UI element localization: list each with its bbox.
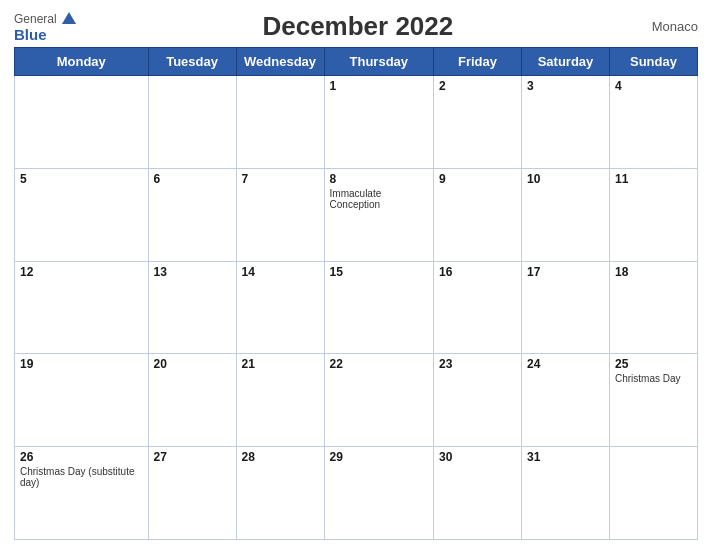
day-number: 4 (615, 79, 692, 93)
day-number: 15 (330, 265, 428, 279)
calendar-title: December 2022 (78, 11, 638, 42)
calendar-week-row: 19202122232425Christmas Day (15, 354, 698, 447)
day-number: 11 (615, 172, 692, 186)
day-number: 26 (20, 450, 143, 464)
logo-icon (60, 10, 78, 28)
day-number: 18 (615, 265, 692, 279)
holiday-label: Christmas Day (615, 373, 692, 384)
country-label: Monaco (638, 19, 698, 34)
calendar-cell: 23 (433, 354, 521, 447)
calendar-cell: 21 (236, 354, 324, 447)
calendar-table: Monday Tuesday Wednesday Thursday Friday… (14, 47, 698, 540)
day-number: 14 (242, 265, 319, 279)
calendar-cell: 11 (609, 168, 697, 261)
calendar-cell: 31 (521, 447, 609, 540)
calendar-week-row: 12131415161718 (15, 261, 698, 354)
holiday-label: Immaculate Conception (330, 188, 428, 210)
day-number: 19 (20, 357, 143, 371)
general-text: General (14, 12, 57, 26)
calendar-cell: 2 (433, 76, 521, 169)
calendar-cell: 4 (609, 76, 697, 169)
day-number: 24 (527, 357, 604, 371)
svg-marker-0 (62, 12, 76, 24)
calendar-cell: 30 (433, 447, 521, 540)
day-number: 16 (439, 265, 516, 279)
day-number: 10 (527, 172, 604, 186)
day-number: 30 (439, 450, 516, 464)
calendar-week-row: 26Christmas Day (substitute day)27282930… (15, 447, 698, 540)
calendar-cell (15, 76, 149, 169)
calendar-cell: 5 (15, 168, 149, 261)
calendar-cell (236, 76, 324, 169)
day-number: 12 (20, 265, 143, 279)
day-number: 1 (330, 79, 428, 93)
calendar-cell: 28 (236, 447, 324, 540)
calendar-cell: 1 (324, 76, 433, 169)
calendar-cell: 13 (148, 261, 236, 354)
day-number: 20 (154, 357, 231, 371)
header-wednesday: Wednesday (236, 48, 324, 76)
calendar-week-row: 5678Immaculate Conception91011 (15, 168, 698, 261)
calendar-cell: 14 (236, 261, 324, 354)
calendar-cell: 24 (521, 354, 609, 447)
calendar-cell: 7 (236, 168, 324, 261)
header-monday: Monday (15, 48, 149, 76)
day-number: 31 (527, 450, 604, 464)
calendar-cell: 3 (521, 76, 609, 169)
calendar-cell (609, 447, 697, 540)
day-number: 29 (330, 450, 428, 464)
day-number: 27 (154, 450, 231, 464)
holiday-label: Christmas Day (substitute day) (20, 466, 143, 488)
calendar-cell: 18 (609, 261, 697, 354)
day-number: 17 (527, 265, 604, 279)
logo-area: General Blue (14, 10, 78, 43)
day-number: 21 (242, 357, 319, 371)
day-number: 3 (527, 79, 604, 93)
day-number: 2 (439, 79, 516, 93)
day-number: 22 (330, 357, 428, 371)
calendar-cell: 16 (433, 261, 521, 354)
weekday-header-row: Monday Tuesday Wednesday Thursday Friday… (15, 48, 698, 76)
header-friday: Friday (433, 48, 521, 76)
calendar-cell: 29 (324, 447, 433, 540)
calendar-cell: 6 (148, 168, 236, 261)
calendar-cell: 8Immaculate Conception (324, 168, 433, 261)
blue-text: Blue (14, 26, 47, 43)
calendar-cell: 10 (521, 168, 609, 261)
day-number: 23 (439, 357, 516, 371)
day-number: 13 (154, 265, 231, 279)
calendar-cell: 9 (433, 168, 521, 261)
header-tuesday: Tuesday (148, 48, 236, 76)
day-number: 25 (615, 357, 692, 371)
header-sunday: Sunday (609, 48, 697, 76)
calendar-cell: 25Christmas Day (609, 354, 697, 447)
day-number: 7 (242, 172, 319, 186)
day-number: 5 (20, 172, 143, 186)
calendar-week-row: 1234 (15, 76, 698, 169)
header-thursday: Thursday (324, 48, 433, 76)
calendar-cell: 12 (15, 261, 149, 354)
calendar-cell: 20 (148, 354, 236, 447)
calendar-cell (148, 76, 236, 169)
calendar-cell: 22 (324, 354, 433, 447)
day-number: 28 (242, 450, 319, 464)
day-number: 8 (330, 172, 428, 186)
calendar-cell: 15 (324, 261, 433, 354)
page-header: General Blue December 2022 Monaco (14, 10, 698, 43)
calendar-cell: 19 (15, 354, 149, 447)
header-saturday: Saturday (521, 48, 609, 76)
day-number: 6 (154, 172, 231, 186)
calendar-cell: 27 (148, 447, 236, 540)
calendar-cell: 17 (521, 261, 609, 354)
calendar-cell: 26Christmas Day (substitute day) (15, 447, 149, 540)
day-number: 9 (439, 172, 516, 186)
